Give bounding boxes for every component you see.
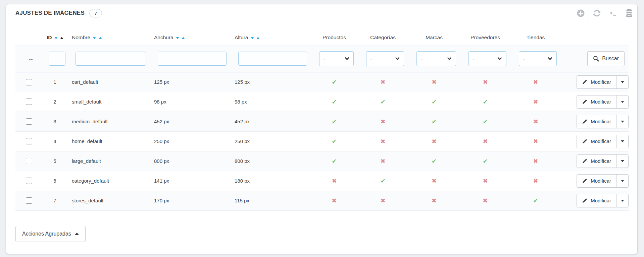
- filter-nombre-input[interactable]: [76, 52, 146, 66]
- check-icon: ✔: [332, 118, 337, 125]
- sort-asc-icon[interactable]: [60, 37, 63, 39]
- modify-dropdown-toggle[interactable]: [616, 155, 628, 168]
- filter-tiendas-select[interactable]: -: [519, 51, 557, 66]
- modify-dropdown-toggle[interactable]: [616, 135, 628, 148]
- chevron-down-icon: [548, 57, 552, 60]
- sort-desc-icon[interactable]: [251, 37, 254, 39]
- show-sql-button[interactable]: >_: [605, 4, 621, 22]
- bool-marcas: ✔: [408, 151, 460, 171]
- refresh-button[interactable]: [589, 4, 605, 22]
- row-name: large_default: [67, 151, 150, 171]
- header-anchura[interactable]: Anchura: [150, 22, 230, 46]
- modify-split-button: Modificar: [577, 154, 629, 168]
- add-button[interactable]: [573, 4, 589, 22]
- row-id: 2: [42, 92, 67, 112]
- header-nombre[interactable]: Nombre: [67, 22, 150, 46]
- header-id[interactable]: ID: [42, 22, 67, 46]
- caret-down-icon: [621, 101, 624, 103]
- cross-icon: ✖: [380, 78, 385, 85]
- modify-split-button: Modificar: [577, 194, 629, 207]
- image-settings-table: ID Nombre Anchura Altura: [15, 22, 629, 211]
- modify-dropdown-toggle[interactable]: [616, 194, 628, 207]
- cross-icon: ✖: [483, 177, 488, 184]
- modify-button[interactable]: Modificar: [577, 175, 616, 187]
- sort-asc-icon[interactable]: [182, 37, 185, 39]
- filter-anchura-input[interactable]: [158, 52, 227, 66]
- filter-categorias-select[interactable]: -: [366, 51, 404, 66]
- modify-label: Modificar: [591, 138, 611, 144]
- cross-icon: ✖: [533, 157, 538, 165]
- modify-button[interactable]: Modificar: [577, 155, 616, 168]
- modify-split-button: Modificar: [577, 115, 629, 128]
- cross-icon: ✖: [380, 157, 385, 165]
- chevron-down-icon: [395, 57, 400, 60]
- modify-label: Modificar: [591, 178, 611, 184]
- row-name: category_default: [67, 171, 150, 191]
- row-height: 452 px: [230, 112, 311, 131]
- cross-icon: ✖: [332, 197, 337, 204]
- row-id: 7: [42, 191, 67, 210]
- export-sql-button[interactable]: [621, 4, 637, 22]
- check-icon: ✔: [483, 98, 488, 105]
- terminal-icon: >_: [609, 10, 616, 16]
- bool-productos: ✖: [311, 171, 358, 191]
- page-title: AJUSTES DE IMÁGENES: [15, 10, 85, 16]
- bool-categorias: ✖: [358, 112, 408, 131]
- bool-tiendas: ✖: [510, 92, 561, 112]
- filter-marcas-select[interactable]: -: [416, 51, 456, 66]
- check-icon: ✔: [432, 98, 437, 105]
- check-icon: ✔: [380, 98, 385, 105]
- header-altura[interactable]: Altura: [230, 22, 311, 46]
- pencil-icon: [582, 158, 588, 164]
- row-checkbox[interactable]: [26, 99, 32, 105]
- image-settings-panel: AJUSTES DE IMÁGENES 7: [6, 4, 638, 254]
- cross-icon: ✖: [533, 98, 538, 105]
- row-name: small_default: [67, 92, 150, 112]
- row-id: 3: [42, 112, 67, 131]
- row-checkbox[interactable]: [26, 138, 32, 144]
- row-checkbox[interactable]: [26, 197, 32, 204]
- filter-altura-input[interactable]: [238, 52, 307, 66]
- modify-dropdown-toggle[interactable]: [616, 76, 628, 88]
- modify-label: Modificar: [591, 119, 611, 124]
- row-id: 4: [42, 131, 67, 151]
- modify-split-button: Modificar: [577, 135, 629, 148]
- cross-icon: ✖: [432, 78, 437, 85]
- search-button[interactable]: Buscar: [587, 51, 625, 66]
- modify-button[interactable]: Modificar: [577, 95, 616, 108]
- bool-proveedores: ✖: [460, 191, 510, 210]
- filter-id-input[interactable]: [49, 52, 65, 66]
- sort-desc-icon[interactable]: [54, 37, 58, 39]
- cross-icon: ✖: [380, 118, 385, 125]
- sort-asc-icon[interactable]: [256, 37, 260, 39]
- modify-button[interactable]: Modificar: [577, 135, 616, 148]
- chevron-down-icon: [345, 57, 349, 60]
- row-checkbox[interactable]: [26, 79, 32, 85]
- modify-dropdown-toggle[interactable]: [616, 95, 628, 108]
- count-badge: 7: [89, 9, 102, 17]
- table-row: 6 category_default 141 px 180 px ✖ ✔ ✖ ✖…: [15, 171, 629, 191]
- check-icon: ✔: [483, 118, 488, 125]
- sort-desc-icon[interactable]: [93, 37, 96, 39]
- modify-button[interactable]: Modificar: [577, 194, 616, 207]
- header-row: ID Nombre Anchura Altura: [15, 22, 629, 46]
- sort-asc-icon[interactable]: [99, 37, 102, 39]
- bulk-actions-button[interactable]: Acciones Agrupadas: [15, 226, 86, 242]
- modify-button[interactable]: Modificar: [577, 115, 616, 128]
- row-height: 250 px: [230, 131, 311, 151]
- caret-down-icon: [621, 140, 624, 142]
- pencil-icon: [582, 138, 588, 144]
- modify-split-button: Modificar: [577, 95, 629, 109]
- header-altura-label: Altura: [235, 35, 248, 40]
- filter-productos-select[interactable]: -: [319, 51, 354, 66]
- modify-dropdown-toggle[interactable]: [616, 115, 628, 128]
- modify-dropdown-toggle[interactable]: [616, 175, 628, 187]
- row-checkbox[interactable]: [26, 158, 32, 164]
- row-checkbox[interactable]: [26, 178, 32, 184]
- row-checkbox[interactable]: [26, 118, 32, 125]
- modify-button[interactable]: Modificar: [577, 76, 616, 88]
- bool-tiendas: ✖: [510, 151, 561, 171]
- bool-proveedores: ✖: [460, 72, 510, 92]
- sort-desc-icon[interactable]: [176, 37, 179, 39]
- filter-proveedores-select[interactable]: -: [468, 51, 506, 66]
